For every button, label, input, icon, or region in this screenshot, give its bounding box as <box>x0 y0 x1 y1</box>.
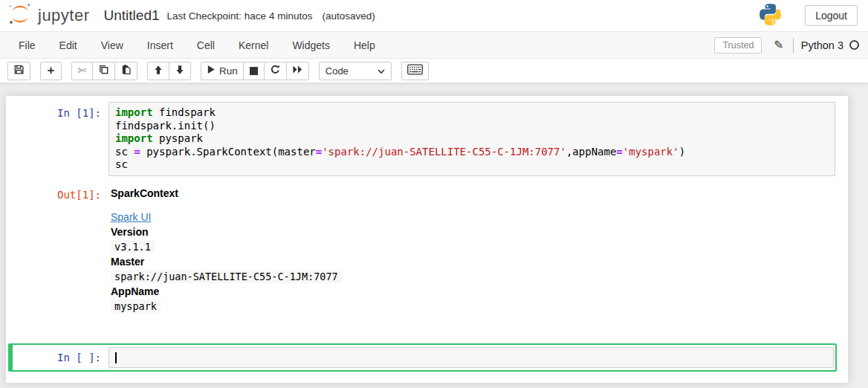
menu-cell[interactable]: Cell <box>185 33 227 58</box>
input-prompt: In [1]: <box>10 102 108 176</box>
toolbar: + ✄ <box>0 59 868 83</box>
code-token: sc <box>115 158 128 170</box>
save-button[interactable] <box>7 62 30 80</box>
output-prompt: Out[1]: <box>10 187 108 314</box>
paste-icon <box>120 64 132 77</box>
restart-kernel-button[interactable] <box>264 62 287 80</box>
scissors-icon: ✄ <box>77 64 87 77</box>
menu-help[interactable]: Help <box>342 33 387 58</box>
code-line: import pyspark <box>115 132 829 146</box>
code-token: import <box>115 106 153 118</box>
jupyter-logo[interactable]: jupyter <box>7 1 90 30</box>
code-token: pyspark <box>153 132 203 144</box>
logout-button[interactable]: Logout <box>805 5 858 26</box>
cell-type-value: Code <box>326 65 349 77</box>
code-token: pyspark.SparkContext(master <box>140 146 316 158</box>
input-prompt: In [ ]: <box>14 347 108 368</box>
code-token: sc <box>115 146 134 158</box>
code-token: 'spark://juan-SATELLITE-C55-C-1JM:7077' <box>322 146 566 158</box>
notebook-container: In [1]: import findsparkfindspark.init()… <box>6 96 848 383</box>
move-cell-down-button[interactable] <box>169 62 191 80</box>
pencil-icon[interactable]: ✎ <box>771 36 786 54</box>
sparkcontext-title: SparkContext <box>111 187 342 199</box>
menu-edit[interactable]: Edit <box>48 33 89 58</box>
field-label: Version <box>111 224 342 239</box>
code-line: findspark.init() <box>115 120 829 133</box>
arrow-down-icon <box>175 65 185 77</box>
python-logo-icon <box>758 2 783 30</box>
field-label: Master <box>111 254 342 269</box>
menubar: File Edit View Insert Cell Kernel Widget… <box>0 32 868 59</box>
fast-forward-icon <box>292 65 303 77</box>
code-line: sc <box>115 158 829 172</box>
code-token: = <box>616 146 622 158</box>
field-value: spark://juan-SATELLITE-C55-C-1JM:7077 <box>111 269 342 284</box>
notebook-site: In [1]: import findsparkfindspark.init()… <box>0 83 868 388</box>
empty-code-editor[interactable] <box>108 347 834 368</box>
spark-ui-link[interactable]: Spark UI <box>111 211 151 223</box>
code-cell: In [1]: import findsparkfindspark.init()… <box>8 100 837 178</box>
restart-icon <box>270 64 281 77</box>
menubar-right: Trusted ✎ Python 3 <box>714 36 859 54</box>
restart-run-all-button[interactable] <box>286 62 309 80</box>
plus-icon: + <box>48 63 55 78</box>
output-area: Out[1]: SparkContext Spark UI Version v3… <box>8 185 837 315</box>
code-token: ,appName <box>566 146 616 158</box>
code-token: findspark.init() <box>115 120 216 132</box>
field-value: myspark <box>111 299 342 314</box>
code-token: findspark <box>153 106 216 118</box>
run-label: Run <box>219 65 238 77</box>
notebook-title[interactable]: Untitled1 <box>104 7 160 24</box>
code-token: 'myspark' <box>623 146 679 158</box>
menu-insert[interactable]: Insert <box>135 33 185 58</box>
code-line: sc = pyspark.SparkContext(master='spark:… <box>115 146 829 159</box>
field-label: AppName <box>111 284 342 299</box>
save-icon <box>13 64 25 77</box>
add-cell-button[interactable]: + <box>40 62 62 80</box>
output-content: SparkContext Spark UI Version v3.1.1 Mas… <box>108 187 342 314</box>
header-right: Logout <box>758 2 858 30</box>
autosave-status: (autosaved) <box>322 10 375 22</box>
cell-type-select[interactable]: Code <box>319 62 392 80</box>
menu-view[interactable]: View <box>89 33 135 58</box>
chevron-down-icon <box>378 65 385 77</box>
keyboard-icon <box>407 64 423 77</box>
empty-cell-selected[interactable]: In [ ]: <box>8 343 837 372</box>
menu-kernel[interactable]: Kernel <box>227 33 280 58</box>
paste-button[interactable] <box>114 62 137 80</box>
code-token: = <box>316 146 322 158</box>
field-value: v3.1.1 <box>111 239 342 254</box>
copy-icon <box>98 64 109 77</box>
copy-button[interactable] <box>92 62 115 80</box>
jupyter-logo-text: jupyter <box>38 6 90 25</box>
kernel-name: Python 3 <box>801 39 843 51</box>
code-token: import <box>115 132 153 144</box>
interrupt-kernel-button[interactable] <box>243 62 265 80</box>
code-token: = <box>134 146 140 158</box>
menu-file[interactable]: File <box>7 33 48 58</box>
cut-button[interactable]: ✄ <box>71 62 93 80</box>
code-line: import findspark <box>115 106 829 120</box>
code-token: ) <box>679 146 685 158</box>
move-cell-up-button[interactable] <box>147 62 169 80</box>
arrow-up-icon <box>153 65 163 77</box>
checkpoint-status: Last Checkpoint: hace 4 minutos <box>167 10 313 22</box>
jupyter-logo-icon <box>7 1 33 30</box>
text-cursor <box>115 352 117 363</box>
run-button[interactable]: Run <box>201 62 244 80</box>
command-palette-button[interactable] <box>401 62 429 80</box>
menu-widgets[interactable]: Widgets <box>280 33 342 58</box>
stop-icon <box>250 67 258 75</box>
kernel-idle-icon <box>849 40 859 50</box>
header: jupyter Untitled1 Last Checkpoint: hace … <box>0 0 868 32</box>
code-editor[interactable]: import findsparkfindspark.init()import p… <box>108 102 835 176</box>
jupyter-notebook-app: jupyter Untitled1 Last Checkpoint: hace … <box>0 0 868 388</box>
trusted-badge[interactable]: Trusted <box>714 37 762 54</box>
play-icon <box>207 65 216 77</box>
divider <box>793 38 794 53</box>
